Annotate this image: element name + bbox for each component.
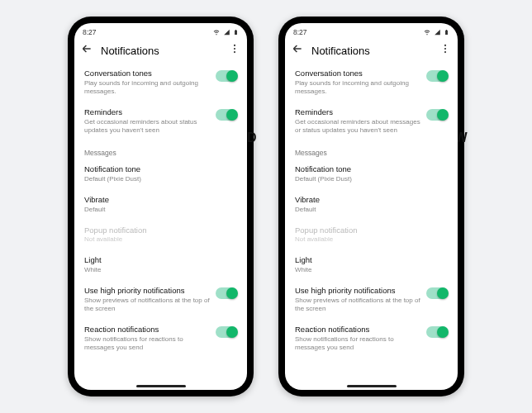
row-subtitle: Not available [295,235,448,244]
switch-conversation-tones[interactable] [216,70,237,82]
row-vibrate[interactable]: VibrateDefault [84,189,237,220]
row-notification-tone[interactable]: Notification toneDefault (Pixie Dust) [84,159,237,189]
section-header-messages: Messages [295,140,448,159]
row-subtitle: Default [295,206,448,214]
switch-conversation-tones[interactable] [426,70,448,82]
switch-high-priority[interactable] [426,287,448,299]
nav-pill [347,385,397,387]
row-light[interactable]: LightWhite [295,249,448,280]
row-notification-tone[interactable]: Notification toneDefault (Pixie Dust) [295,159,448,189]
row-light[interactable]: LightWhite [84,249,237,280]
row-reaction-notifications[interactable]: Reaction notificationsShow notifications… [84,319,237,358]
switch-reminders[interactable] [426,109,448,121]
row-reaction-notifications[interactable]: Reaction notificationsShow notifications… [295,319,448,358]
row-title: Notification tone [295,164,448,174]
status-bar: 8:27 [74,23,247,40]
status-bar: 8:27 [285,23,458,40]
switch-reminders[interactable] [216,109,237,121]
back-icon[interactable] [292,43,303,58]
battery-icon [444,28,449,36]
battery-icon [233,28,239,36]
row-subtitle: Default (Pixie Dust) [295,175,448,183]
signal-icon [223,29,230,36]
row-title: Reaction notifications [84,325,211,335]
row-subtitle: Show previews of notifications at the to… [84,297,211,313]
row-reminders[interactable]: RemindersGet occasional reminders about … [84,102,237,140]
wifi-icon [212,29,221,36]
row-title: Light [295,255,448,265]
wifi-icon [423,29,431,36]
nav-pill [136,385,186,387]
row-high-priority[interactable]: Use high priority notificationsShow prev… [295,280,448,319]
row-popup-notification: Popup notificationNot available [84,220,237,250]
row-title: Use high priority notifications [295,286,421,296]
status-time: 8:27 [83,28,97,36]
app-bar: Notifications [285,40,458,63]
screen: 8:27 Notifications Conversation tonesPla… [285,23,458,390]
back-icon[interactable] [81,43,93,58]
row-title: Popup notification [84,225,237,235]
row-vibrate[interactable]: VibrateDefault [295,189,448,220]
row-title: Reminders [84,107,211,117]
page-title: Notifications [101,45,221,57]
row-title: Vibrate [295,195,448,205]
row-conversation-tones[interactable]: Conversation tonesPlay sounds for incomi… [295,63,448,102]
row-subtitle: White [84,266,237,274]
phone-mockup-new: NEW 8:27 Notifications Conversation tone… [278,17,464,396]
row-conversation-tones[interactable]: Conversation tonesPlay sounds for incomi… [84,63,237,102]
row-title: Popup notification [295,225,448,235]
section-header-messages: Messages [84,140,237,159]
status-icons [212,28,239,36]
status-time: 8:27 [293,28,307,36]
row-title: Vibrate [84,195,237,205]
settings-list: Conversation tonesPlay sounds for incomi… [74,63,247,390]
app-bar: Notifications [74,40,247,63]
screen: 8:27 Notifications Conversation tonesPla… [74,23,247,390]
row-reminders[interactable]: RemindersGet occasional reminders about … [295,102,448,140]
svg-point-1 [234,48,235,50]
row-subtitle: Play sounds for incoming and outgoing me… [295,79,421,96]
switch-high-priority[interactable] [216,287,237,299]
svg-point-5 [444,51,446,53]
row-subtitle: Show previews of notifications at the to… [295,297,421,313]
page-title: Notifications [311,45,431,57]
row-subtitle: Default (Pixie Dust) [84,175,237,183]
svg-point-2 [234,51,235,53]
row-title: Conversation tones [295,69,421,78]
row-subtitle: Play sounds for incoming and outgoing me… [84,79,211,96]
row-title: Light [84,255,237,265]
row-subtitle: Get occasional reminders about messages … [295,118,421,135]
svg-point-4 [444,48,446,50]
row-title: Reminders [295,107,421,117]
row-subtitle: Show notifications for reactions to mess… [84,335,211,352]
row-title: Conversation tones [84,69,211,78]
row-subtitle: White [295,266,448,274]
row-popup-notification: Popup notificationNot available [295,220,448,250]
row-title: Reaction notifications [295,325,421,335]
row-high-priority[interactable]: Use high priority notificationsShow prev… [84,280,237,319]
row-subtitle: Default [84,206,237,214]
svg-point-3 [444,45,446,46]
switch-reaction-notifications[interactable] [426,326,448,338]
signal-icon [434,29,441,36]
row-title: Use high priority notifications [84,286,211,296]
switch-reaction-notifications[interactable] [216,326,237,338]
status-icons [423,28,449,36]
more-icon[interactable] [229,43,240,58]
more-icon[interactable] [439,43,451,58]
settings-list: Conversation tonesPlay sounds for incomi… [285,63,458,390]
svg-point-0 [234,45,235,46]
phone-mockup-old: OLD 8:27 Notifications Conversation tone… [68,17,254,396]
row-subtitle: Get occasional reminders about status up… [84,118,211,135]
row-subtitle: Not available [84,235,237,244]
row-title: Notification tone [84,164,237,174]
row-subtitle: Show notifications for reactions to mess… [295,335,421,352]
